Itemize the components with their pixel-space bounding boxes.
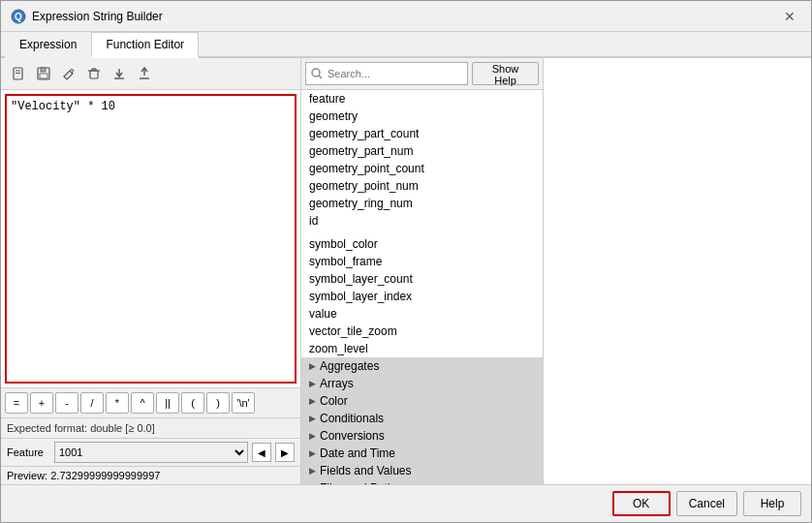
tab-function-editor[interactable]: Function Editor [91, 32, 199, 58]
arrow-icon: ▶ [309, 396, 316, 406]
op-multiply[interactable]: * [106, 392, 129, 414]
list-item[interactable]: geometry_point_num [301, 177, 543, 195]
arrow-icon: ▶ [309, 466, 316, 476]
main-content: "Velocity" * 10 = + - / * ^ || ( ) '\n' … [1, 58, 811, 484]
op-concat[interactable]: || [156, 392, 179, 414]
list-item[interactable]: symbol_color [301, 235, 543, 253]
expression-string-builder-dialog: Q Expression String Builder ✕ Expression… [0, 0, 812, 523]
category-aggregates[interactable]: ▶ Aggregates [301, 357, 543, 375]
category-fields-and-values[interactable]: ▶ Fields and Values [301, 462, 543, 479]
preview-row: Preview: 2.73299999999999997 [1, 466, 300, 484]
list-item[interactable]: geometry [301, 108, 543, 125]
app-icon: Q [11, 9, 26, 24]
op-close-paren[interactable]: ) [206, 392, 230, 414]
category-label: Arrays [320, 377, 354, 390]
arrow-icon: ▶ [309, 379, 316, 388]
feature-row: Feature 1001 ◀ ▶ [1, 438, 300, 466]
arrow-icon: ▶ [309, 448, 316, 458]
title-left: Q Expression String Builder [11, 9, 163, 24]
export-button[interactable] [133, 62, 156, 85]
list-item[interactable]: geometry_part_num [301, 142, 543, 160]
op-caret[interactable]: ^ [131, 392, 154, 414]
title-bar: Q Expression String Builder ✕ [1, 1, 811, 32]
expression-input[interactable]: "Velocity" * 10 [5, 94, 297, 384]
ok-button[interactable]: OK [612, 491, 671, 516]
category-conversions[interactable]: ▶ Conversions [301, 427, 543, 445]
category-conditionals[interactable]: ▶ Conditionals [301, 410, 543, 427]
close-button[interactable]: ✕ [778, 7, 801, 26]
edit-button[interactable] [57, 62, 80, 85]
list-item[interactable]: vector_tile_zoom [301, 323, 543, 340]
category-label: Date and Time [320, 446, 395, 460]
list-item[interactable]: symbol_layer_index [301, 288, 543, 305]
svg-rect-8 [90, 71, 98, 78]
list-item[interactable]: feature [301, 90, 543, 108]
new-button[interactable] [7, 62, 30, 85]
search-bar: Show Help [301, 58, 543, 90]
svg-rect-7 [40, 74, 47, 78]
help-button[interactable]: Help [743, 491, 801, 516]
save-button[interactable] [32, 62, 55, 85]
middle-panel: Show Help feature geometry geometry_part… [301, 58, 544, 484]
category-label: Conversions [320, 429, 385, 443]
expression-area: "Velocity" * 10 [1, 90, 300, 387]
delete-button[interactable] [82, 62, 106, 85]
category-label: Color [320, 394, 348, 408]
left-panel: "Velocity" * 10 = + - / * ^ || ( ) '\n' … [1, 58, 301, 484]
category-date-and-time[interactable]: ▶ Date and Time [301, 445, 543, 462]
arrow-icon: ▶ [309, 414, 316, 423]
show-help-button[interactable]: Show Help [472, 62, 539, 85]
left-toolbar [1, 58, 300, 90]
op-newline[interactable]: '\n' [232, 392, 255, 414]
op-open-paren[interactable]: ( [181, 392, 204, 414]
tab-expression[interactable]: Expression [5, 32, 91, 58]
preview-value: 2.73299999999999997 [50, 470, 160, 481]
import-button[interactable] [108, 62, 131, 85]
category-arrays[interactable]: ▶ Arrays [301, 375, 543, 392]
search-input[interactable] [305, 62, 468, 85]
list-item[interactable]: geometry_ring_num [301, 195, 543, 212]
svg-rect-6 [41, 68, 46, 72]
feature-combo[interactable]: 1001 [54, 442, 248, 463]
tab-bar: Expression Function Editor [1, 32, 811, 58]
list-item[interactable]: symbol_frame [301, 253, 543, 270]
expected-format: Expected format: double [≥ 0.0] [1, 417, 300, 438]
op-divide[interactable]: / [80, 392, 104, 414]
operator-bar: = + - / * ^ || ( ) '\n' [1, 387, 300, 417]
right-panel [544, 58, 811, 484]
op-minus[interactable]: - [55, 392, 78, 414]
arrow-icon: ▶ [309, 431, 316, 441]
category-label: Conditionals [320, 412, 384, 425]
op-plus[interactable]: + [30, 392, 53, 414]
list-item[interactable]: symbol_layer_count [301, 270, 543, 288]
prev-feature-button[interactable]: ◀ [252, 443, 271, 462]
arrow-icon: ▶ [309, 361, 316, 371]
next-feature-button[interactable]: ▶ [275, 443, 295, 462]
cancel-button[interactable]: Cancel [676, 491, 737, 516]
list-item[interactable]: geometry_part_count [301, 125, 543, 142]
category-label: Aggregates [320, 359, 379, 373]
list-item[interactable]: id [301, 212, 543, 230]
function-list: feature geometry geometry_part_count geo… [301, 90, 543, 484]
bottom-bar: OK Cancel Help [1, 484, 811, 522]
category-label: Fields and Values [320, 464, 412, 477]
list-item[interactable]: value [301, 305, 543, 323]
dialog-title: Expression String Builder [32, 10, 163, 23]
list-item[interactable]: zoom_level [301, 340, 543, 357]
preview-label: Preview: [7, 470, 47, 481]
svg-text:Q: Q [15, 12, 22, 22]
category-color[interactable]: ▶ Color [301, 392, 543, 410]
list-item[interactable]: geometry_point_count [301, 160, 543, 177]
feature-label: Feature [7, 446, 50, 458]
op-equals[interactable]: = [5, 392, 28, 414]
